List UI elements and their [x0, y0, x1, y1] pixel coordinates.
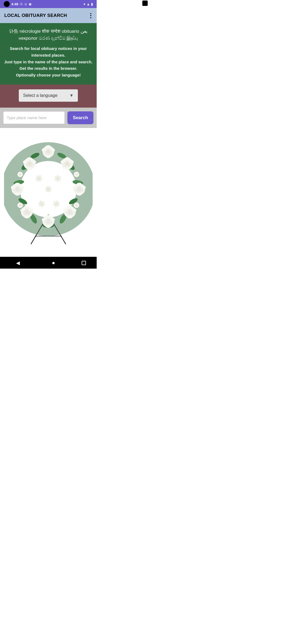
svg-point-98 — [28, 162, 31, 165]
description-text: Search for local obituary notices in you… — [4, 45, 93, 79]
svg-point-57 — [24, 215, 30, 218]
language-section: Select a language ▼ — [0, 85, 97, 108]
status-left: 4:49 Ⓐ ◎ ▣ — [4, 1, 31, 7]
flower-image-area — [0, 128, 97, 257]
svg-point-89 — [19, 173, 21, 176]
svg-point-100 — [66, 162, 69, 165]
multilingual-text: 讣告 nécrologie शोक सन्देश obituario نعي н… — [4, 28, 93, 42]
svg-point-28 — [46, 145, 51, 148]
status-circle-icon — [4, 1, 10, 7]
desc-line2: interested places. — [31, 53, 66, 57]
status-a-icon: Ⓐ — [20, 2, 23, 6]
status-right: ▾ ▲ ▮ — [84, 2, 93, 6]
menu-button[interactable] — [89, 12, 92, 19]
signal-icon: ▲ — [86, 2, 90, 6]
svg-point-53 — [25, 210, 29, 214]
svg-point-99 — [47, 150, 50, 153]
desc-line6: Optionally choose your language! — [16, 73, 81, 77]
svg-point-42 — [15, 183, 20, 186]
flower-wreath — [4, 140, 93, 248]
svg-point-95 — [75, 204, 78, 207]
wifi-icon: ▾ — [84, 2, 85, 6]
svg-point-71 — [46, 225, 51, 228]
desc-line4: search. — [78, 60, 93, 64]
battery-icon: ▮ — [91, 2, 93, 6]
svg-point-70 — [46, 215, 51, 218]
svg-point-75 — [38, 177, 40, 180]
desc-line1: Search for local obituary notices in you… — [10, 46, 87, 51]
status-time: 4:49 — [11, 2, 18, 6]
language-dropdown[interactable]: Select a language ▼ — [19, 89, 78, 102]
dropdown-arrow-icon: ▼ — [69, 93, 74, 98]
svg-point-35 — [64, 157, 70, 160]
recents-button[interactable] — [82, 261, 86, 265]
language-placeholder: Select a language — [23, 93, 57, 98]
hero-banner: 讣告 nécrologie शोक सन्देश obituario نعي н… — [0, 23, 97, 85]
svg-point-56 — [24, 206, 30, 209]
search-section: Search — [0, 108, 97, 128]
svg-point-22 — [27, 167, 32, 170]
menu-dot-2 — [90, 15, 91, 16]
status-sd-icon: ▣ — [29, 2, 31, 6]
svg-point-64 — [67, 215, 73, 218]
svg-point-63 — [67, 206, 73, 209]
svg-point-97 — [47, 188, 50, 191]
svg-point-79 — [56, 177, 59, 180]
desc-line5: Get the results in the browser. — [19, 66, 77, 71]
bottom-nav: ◀ ● — [0, 257, 97, 269]
svg-point-21 — [27, 157, 32, 160]
svg-point-87 — [55, 203, 58, 205]
svg-point-29 — [46, 155, 51, 158]
svg-point-50 — [77, 192, 82, 196]
status-circle-icon2: ◎ — [24, 2, 27, 6]
home-button[interactable]: ● — [46, 259, 60, 267]
svg-point-60 — [68, 210, 72, 214]
svg-point-46 — [77, 187, 81, 191]
svg-point-36 — [64, 167, 70, 170]
place-input[interactable] — [3, 111, 65, 124]
flower-wreath-svg — [4, 140, 93, 247]
svg-point-49 — [77, 183, 82, 186]
svg-point-43 — [15, 192, 20, 196]
menu-dot-1 — [90, 13, 91, 14]
svg-point-67 — [46, 219, 50, 224]
app-title: LOCAL OBITUARY SEARCH — [4, 13, 67, 18]
back-button[interactable]: ◀ — [11, 259, 25, 267]
app-bar: LOCAL OBITUARY SEARCH — [0, 8, 97, 23]
search-button[interactable]: Search — [67, 111, 93, 124]
svg-point-93 — [75, 173, 78, 176]
svg-point-91 — [19, 204, 21, 207]
desc-line3: Just type in the name of the place and — [4, 60, 77, 64]
menu-dot-3 — [90, 17, 91, 18]
status-bar: 4:49 Ⓐ ◎ ▣ ▾ ▲ ▮ — [0, 0, 97, 8]
svg-point-83 — [40, 203, 43, 205]
svg-point-39 — [15, 187, 20, 191]
